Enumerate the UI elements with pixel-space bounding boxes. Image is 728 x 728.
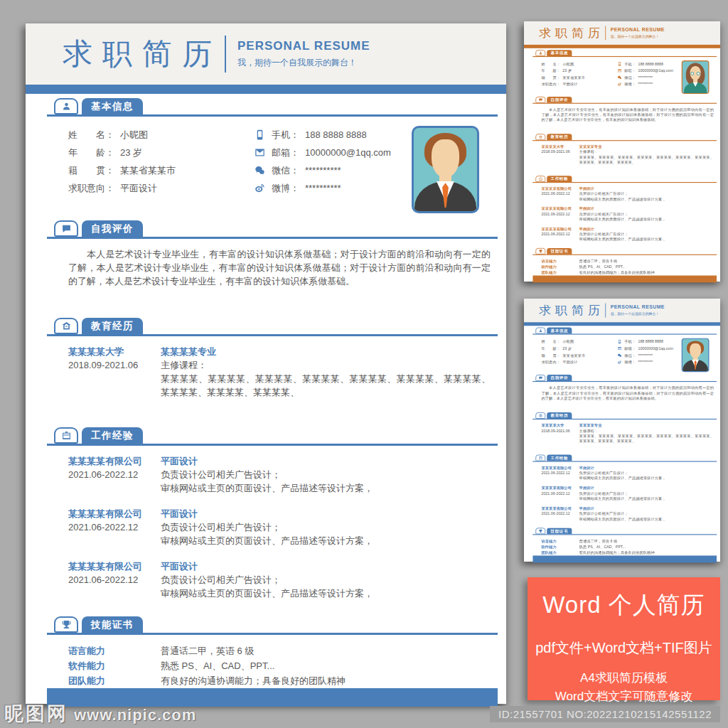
work-entry: 某某某某有限公司 2021.06-2022.12 平面设计 负责设计公司相关广告… — [47, 454, 498, 495]
field-email: 邮箱： 10000000@1qq.com — [617, 68, 681, 75]
work-period: 2021.06-2022.12 — [68, 468, 161, 481]
field-age: 年 龄： 23 岁 — [541, 345, 617, 352]
person-icon — [535, 328, 545, 334]
section-header-evaluation: 自我评价 — [532, 375, 717, 382]
section-header-skills: 技能证书 — [532, 528, 717, 535]
header-right: PERSONAL RESUME 我，期待一个自我展示的舞台！ — [611, 27, 665, 38]
basic-info: 姓 名： 小昵图 年 龄： 23 岁 籍 贯： 某某省某某市 求职意向： 平面设… — [532, 338, 717, 373]
promo-editable-note: Word文档文字可随意修改 — [528, 688, 720, 705]
field-hometown: 籍 贯： 某某省某某市 — [541, 74, 617, 81]
resume-title-en: PERSONAL RESUME — [611, 27, 665, 33]
basic-info: 姓 名： 小昵图 年 龄： 23 岁 籍 贯： 某某省某某市 求职意向： 平面设… — [532, 60, 717, 94]
resume-title: 求职简历 — [539, 26, 604, 41]
field-name: 姓 名： 小昵图 — [541, 60, 617, 68]
resume-title: 求职简历 — [63, 34, 222, 74]
field-job-intention: 求职意向： 平面设计 — [541, 359, 617, 366]
work-period: 2021.06-2022.12 — [541, 191, 579, 196]
wechat-icon — [255, 165, 265, 176]
section-title-education: 教育经历 — [547, 134, 572, 140]
section-title-skills: 技能证书 — [82, 616, 143, 633]
skill-row: 语言能力 普通话二甲，英语 6 级 — [47, 643, 498, 658]
basic-info: 姓 名： 小昵图 年 龄： 23 岁 籍 贯： 某某省某某市 求职意向： 平面设… — [47, 126, 498, 213]
header-right: PERSONAL RESUME 我，期待一个自我展示的舞台！ — [611, 305, 665, 316]
company-name: 某某某某有限公司 — [541, 465, 579, 470]
courses-label: 主修课程： — [579, 149, 714, 154]
skill-row: 语言能力 普通话二甲，英语 6 级 — [532, 538, 717, 544]
resume-tagline: 我，期待一个自我展示的舞台！ — [611, 34, 665, 39]
school-icon — [54, 318, 78, 334]
education-entry: 某某某某大学 2018.09-2021.06 某某某某专业 主修课程： 某某某某… — [532, 423, 717, 444]
job-title: 平面设计 — [579, 486, 714, 491]
skill-row: 软件能力 熟悉 PS、AI、CAD、PPT... — [47, 658, 498, 673]
field-weibo: 微博： ********** — [617, 359, 681, 366]
major-name: 某某某某专业 — [579, 423, 714, 428]
avatar-face — [690, 343, 701, 358]
work-entry: 某某某某有限公司 2021.06-2022.12 平面设计 负责设计公司相关广告… — [532, 465, 717, 481]
education-period: 2018.09-2021.06 — [541, 428, 579, 433]
field-weibo: 微博： ********** — [255, 179, 412, 197]
avatar-glasses — [697, 72, 700, 75]
work-entry: 某某某某有限公司 2021.06-2022.12 平面设计 负责设计公司相关广告… — [532, 486, 717, 501]
section-header-skills: 技能证书 — [47, 616, 498, 635]
section-header-education: 教育经历 — [532, 134, 717, 141]
resume-title: 求职简历 — [539, 303, 604, 318]
section-header-work: 工作经验 — [532, 455, 717, 462]
job-title: 平面设计 — [161, 454, 491, 468]
education-period: 2018.09-2021.06 — [68, 358, 161, 372]
job-title: 平面设计 — [579, 206, 714, 211]
major-name: 某某某某专业 — [579, 144, 714, 149]
work-entry: 某某某某有限公司 2021.06-2022.12 平面设计 负责设计公司相关广告… — [532, 186, 717, 202]
section-header-evaluation: 自我评价 — [47, 220, 498, 239]
field-phone: 手机： 188 8888 8888 — [617, 60, 681, 68]
company-name: 某某某某有限公司 — [68, 560, 161, 573]
header-accent-bar — [26, 85, 506, 94]
skills-list: 语言能力 普通话二甲，英语 6 级 软件能力 熟悉 PS、AI、CAD、PPT.… — [532, 538, 717, 555]
basic-info-left: 姓 名： 小昵图 年 龄： 23 岁 籍 贯： 某某省某某市 求职意向： 平面设… — [541, 338, 617, 373]
footer-accent-bar — [532, 276, 717, 283]
watermark-url: www.nipic.com — [74, 706, 196, 724]
field-name: 姓 名： 小昵图 — [68, 126, 255, 144]
footer-accent-bar — [532, 555, 717, 562]
job-title: 平面设计 — [579, 186, 714, 191]
wechat-icon — [617, 353, 621, 358]
section-header-work: 工作经验 — [47, 427, 498, 446]
education-entry: 某某某某大学 2018.09-2021.06 某某某某专业 主修课程： 某某某某… — [47, 345, 498, 399]
wechat-icon — [617, 75, 621, 80]
promo-title: Word 个人简历 — [528, 589, 720, 621]
work-period: 2021.06-2022.12 — [541, 511, 579, 516]
thumbnail-orange-resume: 求职简历 PERSONAL RESUME 我，期待一个自我展示的舞台！ 基本信息… — [524, 21, 720, 282]
self-evaluation-text: 本人是艺术设计专业毕业生，有丰富的设计知识体系做基础；对于设计方面的前沿和动向有… — [541, 107, 714, 122]
resume-page: 求职简历 PERSONAL RESUME 我，期待一个自我展示的舞台！ 基本信息… — [524, 21, 720, 282]
field-job-intention: 求职意向： 平面设计 — [68, 179, 255, 197]
basic-info-right: 手机： 188 8888 8888 邮箱： 10000000@1qq.com — [617, 60, 681, 94]
job-title: 平面设计 — [579, 226, 714, 231]
field-age: 年 龄： 23 岁 — [541, 68, 617, 75]
watermark: 昵图网 www.nipic.com — [4, 701, 196, 727]
trophy-icon — [535, 528, 545, 534]
watermark-site-name: 昵图网 — [4, 701, 68, 727]
section-title-evaluation: 自我评价 — [82, 220, 143, 237]
promo-template-type: A4求职简历模板 — [528, 670, 720, 686]
field-phone: 手机： 188 8888 8888 — [255, 126, 412, 144]
school-name: 某某某某大学 — [541, 423, 579, 428]
section-title-education: 教育经历 — [547, 412, 572, 419]
chat-bubble-icon — [535, 97, 545, 103]
courses-label: 主修课程： — [579, 428, 714, 433]
section-title-basic: 基本信息 — [547, 50, 572, 56]
job-title: 平面设计 — [161, 507, 491, 520]
company-name: 某某某某有限公司 — [541, 206, 579, 211]
section-title-work: 工作经验 — [82, 427, 143, 444]
id-badge: ID:21557701 NO:20221210215142551122 — [490, 706, 720, 722]
company-name: 某某某某有限公司 — [68, 454, 161, 468]
mail-icon — [617, 346, 621, 350]
resume-page: 求职简历 PERSONAL RESUME 我，期待一个自我展示的舞台！ 基本信息… — [524, 299, 720, 562]
skills-list: 语言能力 普通话二甲，英语 6 级 软件能力 熟悉 PS、AI、CAD、PPT.… — [47, 643, 498, 688]
work-period: 2021.06-2022.12 — [68, 520, 161, 534]
self-evaluation-text: 本人是艺术设计专业毕业生，有丰富的设计知识体系做基础；对于设计方面的前沿和动向有… — [68, 247, 491, 288]
avatar-face — [432, 139, 459, 178]
courses-list: 某某某某、某某某某、某某某某、某某某某、某某某某、某某某某、某某某某、某某某某、… — [579, 433, 714, 444]
resume-body: 基本信息 姓 名： 小昵图 年 龄： 23 岁 籍 贯： 某某省某某市 — [26, 94, 506, 707]
company-name: 某某某某有限公司 — [541, 186, 579, 191]
resume-title-en: PERSONAL RESUME — [237, 39, 370, 53]
basic-info-right: 手机： 188 8888 8888 邮箱： 10000000@1qq.com — [617, 338, 681, 373]
